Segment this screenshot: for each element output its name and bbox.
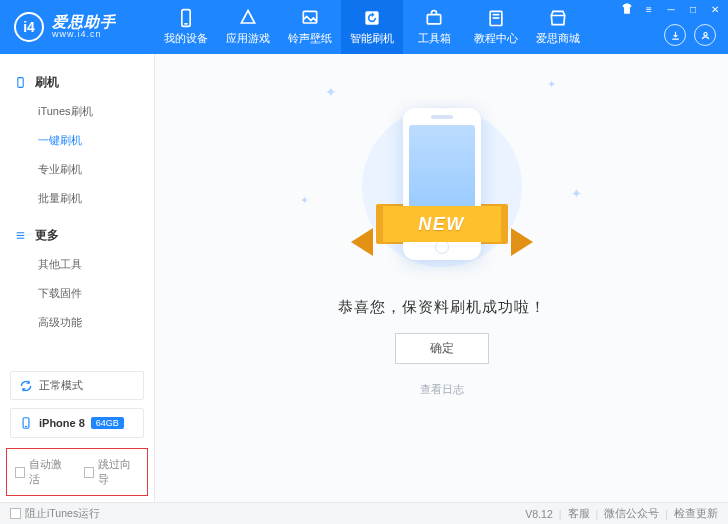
- sidebar: 刷机 iTunes刷机 一键刷机 专业刷机 批量刷机 更多 其他工具 下载固件 …: [0, 54, 155, 502]
- logo-icon: i4: [14, 12, 44, 42]
- group-title: 刷机: [35, 74, 59, 91]
- download-button[interactable]: [664, 24, 686, 46]
- shop-icon: [548, 8, 568, 28]
- phone-icon: [19, 416, 33, 430]
- maximize-icon[interactable]: □: [686, 2, 700, 16]
- window-controls: ≡ ─ □ ✕: [620, 2, 722, 16]
- spark-icon: ✦: [300, 194, 309, 207]
- spark-icon: ✦: [547, 78, 556, 91]
- close-icon[interactable]: ✕: [708, 2, 722, 16]
- device-name: iPhone 8: [39, 417, 85, 429]
- mode-label: 正常模式: [39, 378, 83, 393]
- nav-toolbox[interactable]: 工具箱: [403, 0, 465, 54]
- nav-label: 智能刷机: [350, 31, 394, 46]
- block-itunes-checkbox[interactable]: 阻止iTunes运行: [10, 507, 100, 521]
- brand-url: www.i4.cn: [52, 30, 116, 39]
- storage-badge: 64GB: [91, 417, 124, 429]
- svg-rect-9: [18, 78, 23, 88]
- nav-label: 铃声壁纸: [288, 31, 332, 46]
- refresh-icon: [362, 8, 382, 28]
- nav-label: 爱思商城: [536, 31, 580, 46]
- spark-icon: ✦: [571, 186, 582, 201]
- brand-name: 爱思助手: [52, 14, 116, 30]
- group-title: 更多: [35, 227, 59, 244]
- main-content: ✦ ✦ ✦ ✦ NEW 恭喜您，保资料刷机成功啦！ 确定 查看日志: [155, 54, 728, 502]
- view-log-link[interactable]: 查看日志: [420, 382, 464, 397]
- nav-label: 教程中心: [474, 31, 518, 46]
- phone-icon: [14, 76, 27, 89]
- svg-point-8: [703, 32, 706, 35]
- book-icon: [486, 8, 506, 28]
- footer: 阻止iTunes运行 V8.12 | 客服 | 微信公众号 | 检查更新: [0, 502, 728, 524]
- device-box[interactable]: iPhone 8 64GB: [10, 408, 144, 438]
- skin-icon[interactable]: [620, 2, 634, 16]
- check-update-link[interactable]: 检查更新: [674, 507, 718, 521]
- image-icon: [300, 8, 320, 28]
- menu-icon[interactable]: ≡: [642, 2, 656, 16]
- sidebar-item-pro-flash[interactable]: 专业刷机: [0, 155, 154, 184]
- sidebar-item-download-firmware[interactable]: 下载固件: [0, 279, 154, 308]
- list-icon: [14, 229, 27, 242]
- wechat-link[interactable]: 微信公众号: [604, 507, 659, 521]
- device-mode[interactable]: 正常模式: [10, 371, 144, 400]
- sidebar-group-flash[interactable]: 刷机: [0, 68, 154, 97]
- nav-tutorials[interactable]: 教程中心: [465, 0, 527, 54]
- phone-icon: [176, 8, 196, 28]
- download-icon: [670, 30, 681, 41]
- apps-icon: [238, 8, 258, 28]
- nav-label: 我的设备: [164, 31, 208, 46]
- logo[interactable]: i4 爱思助手 www.i4.cn: [0, 12, 155, 42]
- user-icon: [700, 30, 711, 41]
- sidebar-group-more[interactable]: 更多: [0, 221, 154, 250]
- bottom-options: 自动激活 跳过向导: [6, 448, 148, 496]
- nav-ringtones[interactable]: 铃声壁纸: [279, 0, 341, 54]
- version-label: V8.12: [525, 508, 552, 520]
- nav-shop[interactable]: 爱思商城: [527, 0, 589, 54]
- skip-guide-checkbox[interactable]: 跳过向导: [84, 457, 139, 487]
- ok-button[interactable]: 确定: [395, 333, 489, 364]
- sidebar-item-other-tools[interactable]: 其他工具: [0, 250, 154, 279]
- success-message: 恭喜您，保资料刷机成功啦！: [338, 298, 546, 317]
- support-link[interactable]: 客服: [568, 507, 590, 521]
- new-ribbon: NEW: [383, 206, 501, 242]
- success-illustration: NEW: [357, 102, 527, 272]
- sync-icon: [19, 379, 33, 393]
- sidebar-item-itunes-flash[interactable]: iTunes刷机: [0, 97, 154, 126]
- nav-my-device[interactable]: 我的设备: [155, 0, 217, 54]
- minimize-icon[interactable]: ─: [664, 2, 678, 16]
- spark-icon: ✦: [325, 84, 337, 100]
- auto-activate-checkbox[interactable]: 自动激活: [15, 457, 70, 487]
- sidebar-item-advanced[interactable]: 高级功能: [0, 308, 154, 337]
- svg-rect-4: [427, 15, 440, 24]
- nav-label: 应用游戏: [226, 31, 270, 46]
- toolbox-icon: [424, 8, 444, 28]
- titlebar: i4 爱思助手 www.i4.cn 我的设备 应用游戏 铃声壁纸 智能刷机 工具…: [0, 0, 728, 54]
- nav-flash[interactable]: 智能刷机: [341, 0, 403, 54]
- account-button[interactable]: [694, 24, 716, 46]
- nav-label: 工具箱: [418, 31, 451, 46]
- sidebar-item-onekey-flash[interactable]: 一键刷机: [0, 126, 154, 155]
- nav-apps[interactable]: 应用游戏: [217, 0, 279, 54]
- sidebar-item-batch-flash[interactable]: 批量刷机: [0, 184, 154, 213]
